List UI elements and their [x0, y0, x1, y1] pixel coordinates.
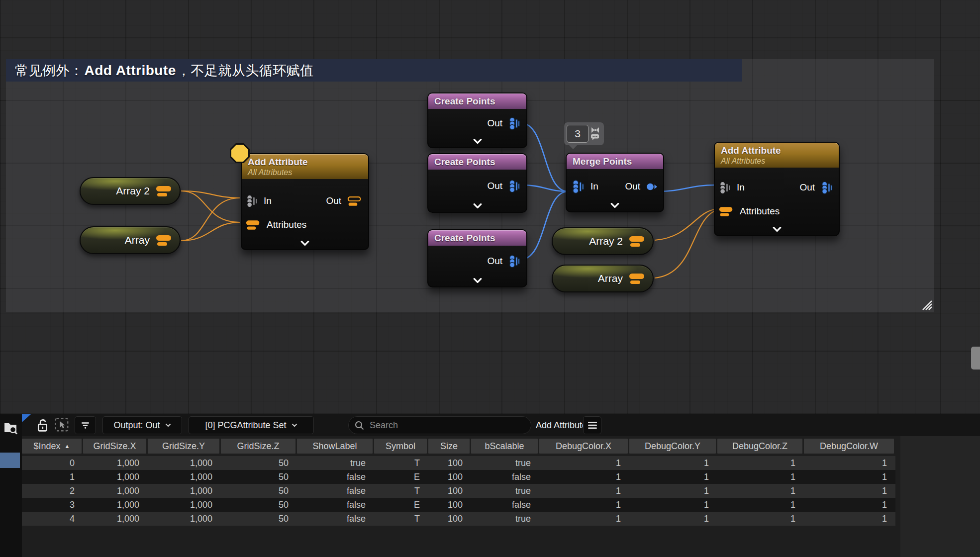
points-pin-icon[interactable]	[246, 194, 258, 208]
merge-points-node[interactable]: Merge Points In Out	[566, 153, 664, 212]
column-header[interactable]: GridSize.X	[83, 439, 146, 454]
table-cell: 1,000	[148, 472, 219, 482]
table-row[interactable]: 11,0001,00050falseE100false1111	[22, 470, 895, 484]
marquee-select-icon[interactable]	[55, 418, 69, 432]
attribute-set-pin-icon[interactable]	[629, 273, 646, 284]
node-header[interactable]: Add Attribute All Attributes	[242, 154, 368, 179]
vertical-scrollbar-handle[interactable]	[971, 347, 980, 370]
column-header[interactable]: DebugColor.Z	[717, 439, 802, 454]
table-cell: 1	[804, 500, 894, 510]
node-subtitle: All Attributes	[248, 168, 362, 177]
table-cell: true	[471, 514, 538, 524]
points-pin-icon[interactable]	[719, 181, 731, 194]
node-header[interactable]: Add Attribute All Attributes	[715, 143, 839, 168]
column-header[interactable]: Size	[428, 439, 470, 454]
points-pin-icon[interactable]	[508, 255, 520, 268]
node-title: Merge Points	[573, 156, 657, 167]
add-attribute-node-right[interactable]: Add Attribute All Attributes In Out Attr…	[714, 142, 840, 236]
attribute-set-pin-icon[interactable]	[246, 220, 261, 230]
array-label: Array	[598, 273, 623, 284]
create-points-node-3[interactable]: Create Points Out	[427, 229, 527, 287]
node-header[interactable]: Create Points	[428, 230, 526, 246]
table-cell: 3	[22, 500, 82, 510]
table-row[interactable]: 31,0001,00050falseE100false1111	[22, 498, 895, 512]
array-node-left[interactable]: Array	[80, 226, 181, 254]
search-icon	[355, 421, 364, 430]
table-cell: false	[297, 500, 373, 510]
debug-marker-icon[interactable]	[230, 143, 250, 163]
create-points-node-1[interactable]: Create Points Out	[427, 93, 527, 148]
column-header[interactable]: GridSize.Z	[221, 439, 295, 454]
points-pin-icon[interactable]	[508, 180, 520, 193]
graph-canvas[interactable]: 常见例外：Add Attribute，不足就从头循环赋值	[0, 0, 980, 414]
pin-out-label: Out	[487, 118, 502, 129]
column-header[interactable]: ShowLabel	[297, 439, 373, 454]
search-box[interactable]	[348, 416, 531, 434]
array2-node-right[interactable]: Array 2	[552, 227, 654, 255]
table-cell: 1,000	[83, 472, 146, 482]
attribute-set-pin-icon[interactable]	[629, 236, 646, 247]
out-circle-pin-icon[interactable]	[646, 183, 657, 191]
node-title: Create Points	[434, 233, 520, 244]
array-node-right[interactable]: Array	[552, 265, 654, 292]
pin-attributes-label: Attributes	[740, 206, 780, 217]
node-title: Create Points	[434, 157, 520, 168]
attribute-set-pin-icon[interactable]	[156, 235, 173, 246]
collapse-chevron-icon[interactable]	[715, 227, 839, 232]
attribute-set-pin-icon[interactable]	[156, 186, 173, 197]
search-input[interactable]	[369, 420, 510, 431]
table-cell: 50	[221, 486, 295, 496]
add-attribute-node-left[interactable]: Add Attribute All Attributes In Out Attr…	[241, 153, 369, 250]
table-cell: 1,000	[83, 500, 146, 510]
column-header[interactable]: $Index▲	[22, 439, 82, 454]
output-pin-dropdown[interactable]: Output: Out	[102, 416, 182, 434]
table-row[interactable]: 01,0001,00050trueT100true1111	[22, 456, 895, 470]
table-cell: true	[471, 486, 538, 496]
column-header[interactable]: GridSize.Y	[148, 439, 219, 454]
node-title: Create Points	[434, 96, 520, 107]
view-options-button[interactable]	[583, 416, 601, 434]
comment-text-prefix: 常见例外：	[15, 62, 84, 80]
table-cell: 1	[804, 472, 894, 482]
array2-node-left[interactable]: Array 2	[80, 177, 181, 205]
collapse-chevron-icon[interactable]	[428, 139, 526, 144]
table-row[interactable]: 41,0001,00050falseT100true1111	[22, 512, 895, 526]
unlock-icon[interactable]	[37, 418, 50, 433]
browse-inspect-icon[interactable]	[3, 420, 18, 437]
points-pin-icon[interactable]	[821, 181, 833, 194]
filter-button[interactable]	[75, 416, 96, 434]
table-cell: 1	[804, 486, 894, 496]
rail-selection-tab[interactable]	[0, 453, 20, 468]
node-header[interactable]: Merge Points	[567, 154, 663, 169]
table-cell: E	[374, 472, 427, 482]
attribute-set-out-pin-icon[interactable]	[347, 196, 362, 206]
table-cell: true	[471, 458, 538, 468]
column-header[interactable]: bScalable	[471, 439, 538, 454]
points-pin-icon[interactable]	[508, 117, 520, 130]
column-header[interactable]: DebugColor.Y	[629, 439, 716, 454]
collapse-chevron-icon[interactable]	[242, 241, 368, 246]
data-item-dropdown[interactable]: [0] PCGAttribute Set	[189, 416, 314, 434]
table-cell: 1	[717, 500, 802, 510]
table-row[interactable]: 21,0001,00050falseT100true1111	[22, 484, 895, 498]
node-header[interactable]: Create Points	[428, 154, 526, 170]
column-header[interactable]: DebugColor.X	[539, 439, 628, 454]
node-header[interactable]: Create Points	[428, 93, 526, 109]
comment-resize-handle-icon[interactable]	[920, 298, 933, 313]
collapse-chevron-icon[interactable]	[567, 203, 663, 208]
table-cell: 1	[539, 472, 628, 482]
attribute-set-pin-icon[interactable]	[719, 206, 734, 217]
collapse-chevron-icon[interactable]	[428, 203, 526, 208]
table-cell: 100	[428, 472, 470, 482]
collapse-chevron-icon[interactable]	[428, 278, 526, 283]
column-header[interactable]: DebugColor.W	[804, 439, 894, 454]
create-points-node-2[interactable]: Create Points Out	[427, 153, 527, 213]
table-cell: 1	[629, 514, 716, 524]
attribute-inspector-panel: Output: Out [0] PCGAttribute Set Add Att…	[0, 414, 980, 557]
table-cell: 50	[221, 458, 295, 468]
points-pin-icon[interactable]	[572, 180, 585, 194]
pin-out-label: Out	[799, 182, 815, 193]
column-header[interactable]: Symbol	[374, 439, 427, 454]
comment-title-bar[interactable]: 常见例外：Add Attribute，不足就从头循环赋值	[6, 59, 742, 82]
inspection-badge[interactable]: 3	[564, 122, 604, 145]
